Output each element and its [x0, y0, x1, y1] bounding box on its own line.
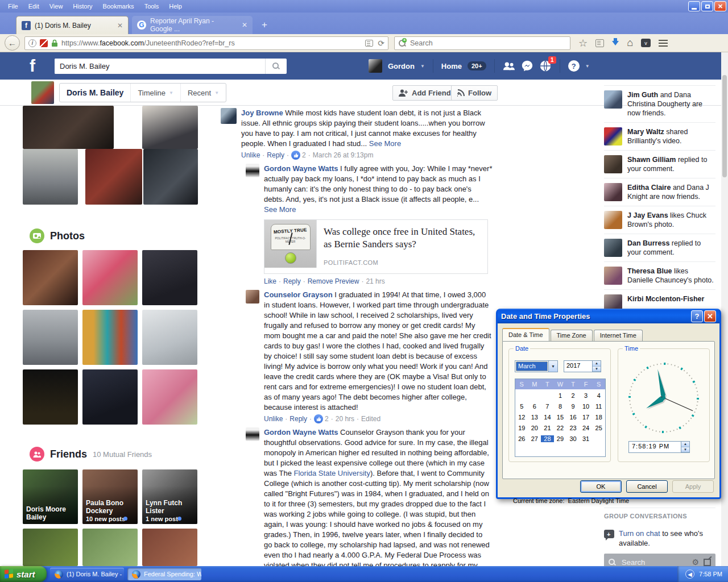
friend-card[interactable]: Lynn Futch Lister 1 new post	[142, 469, 197, 524]
photos-title[interactable]: Photos	[50, 230, 85, 242]
calendar-day[interactable]: 31	[580, 435, 593, 442]
photo-thumbnail[interactable]	[85, 149, 142, 205]
reload-icon[interactable]: ⟳	[378, 39, 384, 48]
calendar-day[interactable]: 1	[554, 392, 567, 399]
taskbar-task-federal-spending[interactable]: Federal Spending: W...	[127, 568, 201, 580]
new-tab-button[interactable]: +	[257, 18, 272, 32]
add-friend-button[interactable]: Add Friend	[392, 85, 457, 101]
comment-timestamp[interactable]: 21 hrs	[366, 276, 384, 286]
tab-facebook[interactable]: f (1) Doris M. Bailey ✕	[16, 16, 129, 34]
chat-search-input[interactable]	[621, 558, 677, 567]
tab-google[interactable]: G Reporter April Ryan - Google ... ✕	[132, 16, 253, 34]
commenter-avatar[interactable]	[221, 108, 237, 124]
reply-link[interactable]: Reply	[289, 414, 307, 424]
scrollbar[interactable]	[721, 52, 728, 566]
like-link[interactable]: Like	[264, 276, 276, 286]
cancel-button[interactable]: Cancel	[626, 480, 668, 493]
start-button[interactable]: start	[0, 566, 47, 582]
bookmark-star-icon[interactable]: ☆	[578, 37, 588, 49]
messenger-icon[interactable]	[521, 60, 533, 72]
photo-thumbnail[interactable]	[23, 369, 78, 425]
facebook-search[interactable]	[55, 59, 287, 74]
photo-thumbnail[interactable]	[23, 106, 114, 149]
photo-thumbnail[interactable]	[142, 369, 197, 425]
commenter-name[interactable]: Gordon Wayne Watts	[264, 164, 338, 173]
calendar-day[interactable]: 24	[580, 425, 593, 431]
facebook-search-button[interactable]	[265, 59, 287, 74]
browser-search[interactable]: +	[394, 36, 570, 50]
home-icon[interactable]: ⌂	[627, 37, 633, 49]
year-down-icon[interactable]: ▼	[593, 367, 601, 372]
calendar-day[interactable]: 4	[592, 392, 605, 399]
facebook-search-input[interactable]	[55, 59, 265, 74]
calendar-day[interactable]: 8	[554, 403, 567, 410]
unlike-link[interactable]: Unlike	[241, 150, 260, 160]
notifications-globe-icon[interactable]: 1	[539, 60, 552, 72]
photo-thumbnail[interactable]	[142, 106, 198, 149]
page-title[interactable]: Doris M. Bailey	[60, 84, 130, 102]
calendar-day[interactable]: 19	[515, 425, 528, 431]
photo-thumbnail[interactable]	[23, 149, 78, 205]
follow-button[interactable]: Follow	[451, 85, 498, 101]
comment-timestamp[interactable]: 20 hrs	[336, 414, 354, 424]
calendar-day[interactable]: 23	[566, 425, 580, 431]
time-value[interactable]: 7:58:19 PM	[629, 442, 681, 452]
commenter-name[interactable]: Joy Browne	[241, 109, 283, 117]
see-more-link[interactable]: See More	[264, 205, 296, 214]
photo-thumbnail[interactable]	[142, 250, 197, 305]
calendar-day[interactable]: 29	[554, 435, 567, 442]
reader-mode-icon[interactable]	[365, 40, 373, 47]
calendar-day[interactable]: 20	[528, 425, 541, 431]
dialog-close-button[interactable]: ✕	[704, 310, 716, 322]
calendar-day[interactable]: 6	[528, 403, 541, 410]
commenter-name[interactable]: Counselor Grayson	[264, 290, 333, 299]
menu-item[interactable]: File	[3, 1, 23, 11]
fsu-link[interactable]: Florida State University	[294, 469, 370, 477]
calendar-day[interactable]: 5	[515, 403, 528, 410]
time-up-icon[interactable]: ▲	[681, 442, 689, 447]
menu-item[interactable]: Edit	[24, 1, 44, 11]
nav-profile-link[interactable]: Gordon	[388, 62, 415, 70]
minimize-button[interactable]	[688, 1, 700, 11]
sort-dropdown[interactable]: Recent▼	[180, 84, 226, 102]
user-avatar[interactable]	[369, 59, 382, 73]
year-up-icon[interactable]: ▲	[593, 361, 601, 367]
gear-icon[interactable]: ⚙	[692, 558, 699, 567]
calendar-day[interactable]: 13	[528, 414, 541, 421]
friends-title[interactable]: Friends	[50, 448, 87, 460]
calendar-day[interactable]: 21	[541, 425, 554, 431]
friend-card[interactable]	[82, 529, 138, 566]
bookmarks-list-icon[interactable]	[595, 39, 604, 47]
nav-home-link[interactable]: Home	[441, 62, 462, 70]
calendar-day[interactable]: 25	[592, 425, 605, 431]
notification-item[interactable]: Mary Waltz shared Brilliantly's video.	[604, 122, 715, 150]
calendar-day[interactable]: 12	[515, 414, 528, 421]
help-icon[interactable]: ?	[568, 60, 580, 72]
time-down-icon[interactable]: ▼	[681, 447, 689, 453]
reply-link[interactable]: Reply	[283, 276, 301, 286]
tab-close-icon[interactable]: ✕	[242, 21, 247, 29]
photo-thumbnail[interactable]	[142, 310, 197, 365]
compose-icon[interactable]	[704, 559, 711, 566]
commenter-avatar[interactable]	[246, 290, 259, 304]
photo-thumbnail[interactable]	[82, 369, 138, 425]
tray-chevron-icon[interactable]: ◀	[685, 569, 694, 579]
turn-on-chat-link[interactable]: Turn on chat	[619, 529, 660, 538]
commenter-avatar[interactable]	[246, 427, 259, 441]
like-count[interactable]: 2	[291, 150, 306, 160]
chevron-down-icon[interactable]: ▼	[420, 64, 425, 69]
comment-timestamp[interactable]: March 26 at 9:13pm	[313, 150, 374, 160]
timeline-dropdown[interactable]: Timeline▼	[130, 84, 180, 102]
taskbar-task-facebook[interactable]: (1) Doris M. Bailey - ...	[50, 568, 124, 580]
calendar-day[interactable]: 27	[528, 435, 541, 442]
tab-close-icon[interactable]: ✕	[117, 22, 123, 30]
friend-card[interactable]	[23, 529, 78, 566]
calendar-day[interactable]: 17	[580, 414, 593, 421]
photo-thumbnail[interactable]	[82, 250, 138, 305]
calendar-day[interactable]: 9	[566, 403, 580, 410]
photo-thumbnail[interactable]	[23, 310, 78, 365]
calendar-day[interactable]: 11	[592, 403, 605, 410]
menu-item[interactable]: History	[68, 1, 97, 11]
tab-date-time[interactable]: Date & Time	[502, 328, 549, 341]
calendar-day[interactable]: 30	[566, 435, 580, 442]
